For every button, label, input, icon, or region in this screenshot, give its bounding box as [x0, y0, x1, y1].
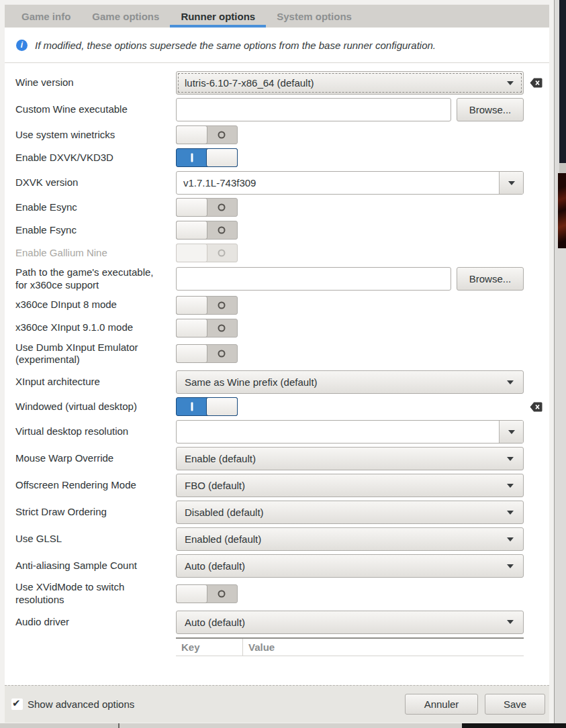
toggle-state-mark: [191, 154, 193, 162]
save-button[interactable]: Save: [485, 694, 545, 715]
virtual-desktop-resolution-combo: [176, 420, 524, 444]
show-advanced-options-label: Show advanced options: [28, 698, 134, 710]
field-label: x360ce DInput 8 mode: [15, 299, 176, 311]
show-advanced-options[interactable]: Show advanced options: [11, 698, 405, 710]
toggle-knob: [176, 319, 207, 337]
windowed-virtual-desktop-toggle[interactable]: [176, 397, 238, 416]
tab-game-options[interactable]: Game options: [81, 5, 170, 28]
toggle-state-mark: [218, 324, 225, 331]
enable-fsync-toggle[interactable]: [176, 221, 238, 240]
chevron-down-icon: [507, 81, 514, 85]
x360ce-xinput910-toggle[interactable]: [176, 319, 238, 337]
dxvk-version-input[interactable]: [177, 172, 499, 194]
use-system-winetricks-toggle[interactable]: [176, 125, 238, 144]
field-label: Enable Esync: [15, 201, 176, 214]
chevron-down-icon: [508, 430, 515, 434]
tab-system-options[interactable]: System options: [266, 5, 363, 28]
selected-value: Auto (default): [185, 617, 507, 628]
value-column-header: Value: [243, 641, 275, 653]
selected-value: Enabled (default): [185, 533, 507, 545]
chevron-down-icon: [507, 380, 514, 384]
info-icon: i: [16, 40, 28, 51]
key-value-table[interactable]: Key Value: [176, 637, 524, 656]
xinput-architecture-select[interactable]: Same as Wine prefix (default): [176, 370, 524, 394]
toggle-state-mark: [218, 132, 225, 139]
field-label: Use system winetricks: [15, 129, 176, 142]
field-label: Path to the game's executable, for x360c…: [15, 266, 176, 292]
key-value-table-header: Key Value: [176, 637, 524, 656]
toggle-knob: [176, 221, 207, 240]
toggle-knob: [176, 244, 207, 262]
strict-draw-ordering-select[interactable]: Disabled (default): [176, 501, 524, 524]
background-game-art: [558, 173, 566, 248]
field-label: Enable Gallium Nine: [15, 247, 176, 260]
field-label: Enable Fsync: [15, 224, 176, 237]
dumb-xinput-emulator-toggle[interactable]: [176, 344, 238, 363]
chevron-down-icon: [507, 457, 514, 461]
combo-dropdown-button[interactable]: [499, 421, 523, 443]
toggle-state-mark: [218, 350, 225, 358]
toggle-knob: [176, 296, 207, 315]
clear-icon[interactable]: [530, 402, 543, 412]
tab-runner-options[interactable]: Runner options: [170, 5, 266, 28]
cancel-button[interactable]: Annuler: [405, 694, 478, 715]
field-label: Windowed (virtual desktop): [15, 401, 176, 413]
field-label: Anti-aliasing Sample Count: [15, 560, 176, 572]
options-form: Wine version lutris-6.10-7-x86_64 (defau…: [5, 63, 549, 685]
combo-dropdown-button[interactable]: [499, 172, 523, 194]
toggle-knob: [206, 397, 238, 416]
use-glsl-select[interactable]: Enabled (default): [176, 527, 524, 551]
chevron-down-icon: [507, 511, 514, 515]
field-label: Enable DXVK/VKD3D: [15, 152, 176, 164]
toggle-knob: [176, 584, 207, 603]
tab-bar: Game info Game options Runner options Sy…: [5, 5, 549, 28]
toggle-state-mark: [218, 590, 225, 597]
background-dark-panel: [559, 0, 566, 163]
antialiasing-sample-count-select[interactable]: Auto (default): [176, 554, 524, 578]
field-label: Use Dumb XInput Emulator (experimental): [15, 342, 176, 367]
virtual-desktop-resolution-input[interactable]: [177, 421, 499, 443]
selected-value: Auto (default): [185, 560, 507, 572]
x360ce-path-input[interactable]: [176, 267, 451, 291]
selected-value: FBO (default): [185, 480, 507, 491]
toggle-knob: [176, 198, 207, 217]
mouse-warp-override-select[interactable]: Enable (default): [176, 447, 524, 470]
selected-value: lutris-6.10-7-x86_64 (default): [185, 77, 507, 89]
info-banner-text: If modified, these options supersede the…: [35, 40, 436, 51]
offscreen-rendering-mode-select[interactable]: FBO (default): [176, 474, 524, 497]
field-label: Use XVidMode to switch resolutions: [15, 581, 176, 607]
field-label: Audio driver: [15, 616, 176, 629]
enable-gallium-nine-toggle: [176, 244, 238, 262]
background-app-strip: [555, 0, 566, 728]
selected-value: Same as Wine prefix (default): [185, 376, 507, 388]
background-bottom-strip: [0, 723, 566, 728]
toggle-knob: [206, 148, 238, 167]
enable-esync-toggle[interactable]: [176, 198, 238, 217]
toggle-state-mark: [218, 301, 225, 309]
toggle-state-mark: [218, 204, 225, 211]
field-label: Offscreen Rendering Mode: [15, 479, 176, 492]
key-column-header: Key: [176, 639, 243, 656]
custom-wine-executable-input[interactable]: [176, 98, 451, 121]
dialog-action-bar: Show advanced options Annuler Save: [5, 685, 549, 723]
toggle-knob: [176, 344, 207, 363]
selected-value: Disabled (default): [185, 507, 507, 518]
chevron-down-icon: [507, 564, 514, 568]
field-label: x360ce XInput 9.1.0 mode: [15, 321, 176, 334]
field-label: Strict Draw Ordering: [15, 506, 176, 519]
browse-button[interactable]: Browse...: [457, 98, 524, 121]
xvidmode-toggle[interactable]: [176, 584, 238, 603]
field-label: Virtual desktop resolution: [15, 425, 176, 438]
tab-game-info[interactable]: Game info: [11, 5, 81, 28]
x360ce-dinput8-toggle[interactable]: [176, 296, 238, 315]
wine-version-select[interactable]: lutris-6.10-7-x86_64 (default): [176, 71, 524, 95]
audio-driver-select[interactable]: Auto (default): [176, 611, 524, 634]
field-label: XInput architecture: [15, 376, 176, 388]
browse-button[interactable]: Browse...: [457, 267, 524, 291]
field-label: Use GLSL: [15, 533, 176, 545]
show-advanced-options-checkbox[interactable]: [11, 698, 23, 710]
dxvk-version-combo: [176, 171, 524, 195]
clear-icon[interactable]: [530, 78, 543, 88]
chevron-down-icon: [507, 484, 514, 488]
enable-dxvk-toggle[interactable]: [176, 148, 238, 167]
